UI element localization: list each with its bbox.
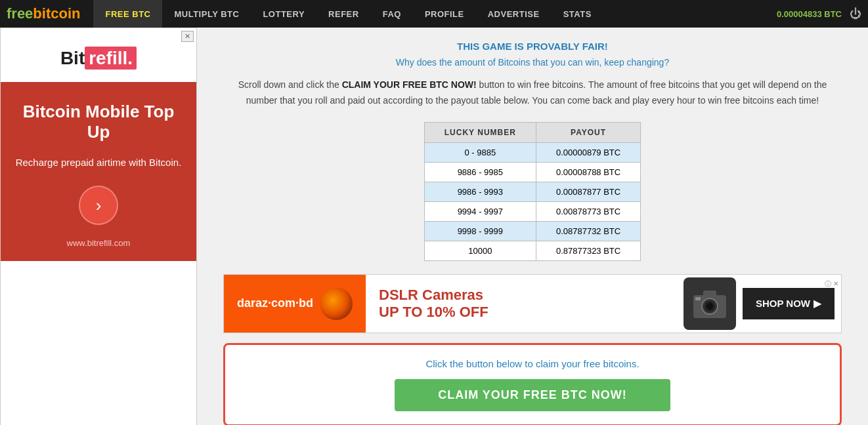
- ad-subtitle: Recharge prepaid airtime with Bitcoin.: [14, 155, 183, 169]
- ad-close-button[interactable]: ✕: [181, 31, 194, 42]
- site-logo: freebitcoin: [7, 5, 80, 22]
- shop-now-label: SHOP NOW: [756, 298, 810, 309]
- bottom-ad-close[interactable]: ⓘ ✕: [825, 279, 838, 289]
- table-row: 9986 - 99930.00087877 BTC: [424, 182, 640, 201]
- daraz-circle-icon: [320, 287, 353, 320]
- ad-title: Bitcoin Mobile Top Up: [14, 102, 183, 142]
- payout-cell: 0.87877323 BTC: [536, 241, 640, 260]
- lucky-number-cell: 9886 - 9985: [424, 162, 536, 182]
- claim-text-colored: free bitcoins.: [584, 358, 640, 369]
- nav-profile[interactable]: PROFILE: [413, 0, 476, 28]
- dslr-title: DSLR Cameras: [379, 287, 670, 304]
- ad-red-section: Bitcoin Mobile Top Up Recharge prepaid a…: [1, 82, 196, 261]
- logo-bit: Bit: [60, 48, 85, 68]
- power-icon[interactable]: ⏻: [850, 7, 861, 21]
- payout-cell: 0.08787732 BTC: [536, 221, 640, 241]
- lucky-number-cell: 9986 - 9993: [424, 182, 536, 201]
- why-changing-text: Why does the amount of Bitcoins that you…: [223, 57, 842, 68]
- left-ad-panel: ✕ Bitrefill. Bitcoin Mobile Top Up Recha…: [0, 28, 197, 425]
- scroll-info-bold: CLAIM YOUR FREE BTC NOW!: [342, 79, 477, 90]
- scroll-info-prefix: Scroll down and click the: [238, 79, 342, 90]
- dslr-title-normal: DSLR: [379, 287, 418, 303]
- logo-bitcoin: bitcoin: [33, 5, 80, 22]
- dslr-title-colored: Cameras: [418, 287, 483, 303]
- main-content: THIS GAME IS PROVABLY FAIR! Why does the…: [197, 28, 868, 425]
- payout-cell: 0.00000879 BTC: [536, 142, 640, 162]
- table-row: 9998 - 99990.08787732 BTC: [424, 221, 640, 241]
- scroll-info-text: Scroll down and click the CLAIM YOUR FRE…: [223, 77, 842, 109]
- nav-stats[interactable]: STATS: [552, 0, 603, 28]
- table-row: 100000.87877323 BTC: [424, 241, 640, 260]
- ad-logo-section: Bitrefill.: [1, 28, 196, 82]
- balance-display: 0.00004833 BTC: [777, 9, 842, 19]
- lucky-number-cell: 9994 - 9997: [424, 201, 536, 221]
- shop-now-arrow-icon: ▶: [814, 298, 821, 310]
- ad-arrow-button[interactable]: ›: [79, 186, 118, 225]
- dslr-subtitle: UP TO 10% OFF: [379, 304, 670, 321]
- logo-refill: refill.: [85, 47, 137, 70]
- nav-free-btc[interactable]: FREE BTC: [93, 0, 162, 28]
- svg-rect-1: [703, 291, 716, 297]
- daraz-text: daraz·com·bd: [237, 296, 313, 310]
- payout-table-wrapper: LUCKY NUMBER PAYOUT 0 - 98850.00000879 B…: [223, 122, 842, 261]
- nav-links: FREE BTC MULTIPLY BTC LOTTERY REFER FAQ …: [93, 0, 777, 28]
- ad-website: www.bitrefill.com: [14, 238, 183, 248]
- lucky-number-cell: 0 - 9885: [424, 142, 536, 162]
- claim-section: Click the button below to claim your fre…: [223, 343, 842, 425]
- camera-image: [684, 277, 736, 330]
- nav-refer[interactable]: REFER: [316, 0, 371, 28]
- table-row: 9994 - 99970.00878773 BTC: [424, 201, 640, 221]
- logo-free: free: [7, 5, 33, 22]
- claim-text-prefix: Click the button below to claim your: [425, 358, 583, 369]
- nav-lottery[interactable]: LOTTERY: [251, 0, 316, 28]
- payout-table: LUCKY NUMBER PAYOUT 0 - 98850.00000879 B…: [424, 122, 641, 261]
- dslr-promo-text: DSLR Cameras UP TO 10% OFF: [366, 280, 684, 327]
- col-payout: PAYOUT: [536, 122, 640, 142]
- bitrefill-logo: Bitrefill.: [60, 48, 137, 69]
- payout-cell: 0.00008788 BTC: [536, 162, 640, 182]
- navbar: freebitcoin FREE BTC MULTIPLY BTC LOTTER…: [0, 0, 868, 28]
- svg-point-4: [706, 303, 713, 310]
- payout-cell: 0.00878773 BTC: [536, 201, 640, 221]
- main-layout: ✕ Bitrefill. Bitcoin Mobile Top Up Recha…: [0, 28, 868, 425]
- lucky-number-cell: 9998 - 9999: [424, 221, 536, 241]
- nav-multiply-btc[interactable]: MULTIPLY BTC: [162, 0, 251, 28]
- payout-cell: 0.00087877 BTC: [536, 182, 640, 201]
- nav-advertise[interactable]: ADVERTISE: [476, 0, 552, 28]
- table-row: 0 - 98850.00000879 BTC: [424, 142, 640, 162]
- svg-rect-5: [695, 297, 701, 300]
- daraz-logo: daraz·com·bd: [224, 275, 366, 333]
- claim-text: Click the button below to claim your fre…: [238, 358, 827, 369]
- table-row: 9886 - 99850.00008788 BTC: [424, 162, 640, 182]
- shop-now-button[interactable]: SHOP NOW ▶: [743, 288, 835, 319]
- col-lucky-number: LUCKY NUMBER: [424, 122, 536, 142]
- provably-fair-heading: THIS GAME IS PROVABLY FAIR!: [223, 41, 842, 52]
- lucky-number-cell: 10000: [424, 241, 536, 260]
- claim-button[interactable]: CLAIM YOUR FREE BTC NOW!: [395, 379, 670, 411]
- nav-faq[interactable]: FAQ: [371, 0, 413, 28]
- bottom-ad-banner: ⓘ ✕ daraz·com·bd DSLR Cameras UP TO 10% …: [223, 274, 842, 333]
